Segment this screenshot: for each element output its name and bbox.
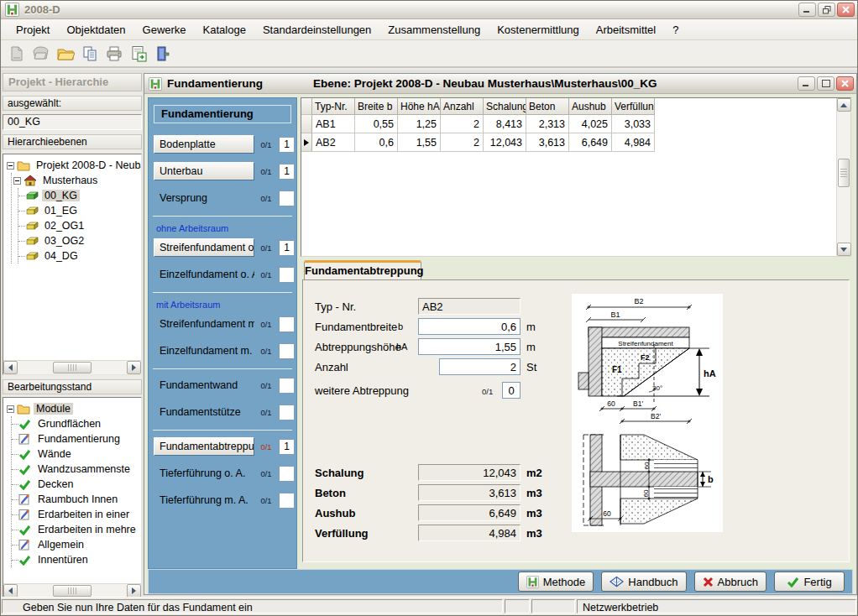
menu-arbeitsmittel[interactable]: Arbeitsmittel	[588, 20, 665, 39]
count-box-bodenplatte[interactable]: 1	[279, 137, 295, 153]
sidebar-item-bodenplatte[interactable]: Bodenplatte	[154, 135, 254, 154]
module-item-fundamentierung[interactable]: Fundamentierung	[12, 431, 141, 446]
menu-standardeinstellungen[interactable]: Standardeinstellungen	[254, 20, 379, 39]
methode-button[interactable]: Methode	[518, 572, 594, 592]
menu-objektdaten[interactable]: Objektdaten	[58, 20, 133, 39]
col-typ-nr[interactable]: Typ-Nr.	[312, 98, 355, 115]
count-box-streifenfundament-ma[interactable]	[279, 316, 295, 332]
count-box-streifenfundament-oa[interactable]: 1	[279, 240, 295, 256]
module-hscrollbar[interactable]	[3, 583, 141, 598]
module-item-erdarbeiten-mehre[interactable]: Erdarbeiten in mehre	[12, 522, 141, 537]
hierarchy-hscrollbar[interactable]	[3, 360, 141, 374]
module-item-grundflaechen[interactable]: Grundflächen	[12, 416, 141, 431]
menu-kataloge[interactable]: Kataloge	[195, 20, 254, 39]
minimize-button[interactable]	[798, 3, 816, 17]
count-box-einzelfundament-ma[interactable]	[279, 343, 295, 359]
sidebar-item-fundamentabtreppung[interactable]: Fundamentabtreppung	[154, 437, 254, 456]
sidebar-item-einzelfundament-oa[interactable]: Einzelfundament o. A.	[154, 269, 254, 280]
tree-item-01-eg[interactable]: 01_EG	[18, 203, 141, 218]
new-document-icon[interactable]	[6, 43, 28, 65]
scroll-up-button[interactable]	[837, 98, 851, 112]
col-schalung[interactable]: Schalung	[484, 98, 526, 115]
menu-projekt[interactable]: Projekt	[8, 20, 58, 39]
scroll-thumb[interactable]	[838, 159, 850, 187]
scroll-right-button[interactable]	[127, 361, 141, 374]
table-row-ab1[interactable]: AB1 0,55 1,25 2 8,413 2,313 4,025 3,033	[301, 115, 836, 133]
table-vscrollbar[interactable]	[836, 98, 850, 256]
menu-gewerke[interactable]: Gewerke	[134, 20, 195, 39]
scroll-thumb[interactable]	[53, 362, 92, 373]
col-hoehe-ha[interactable]: Höhe hA	[398, 98, 441, 115]
col-anzahl[interactable]: Anzahl	[441, 98, 484, 115]
module-item-erdarbeiten-einer[interactable]: Erdarbeiten in einer	[12, 507, 141, 522]
col-verfuellung[interactable]: Verfüllung	[612, 98, 655, 115]
col-breite-b[interactable]: Breite b	[355, 98, 398, 115]
menu-zusammenstellung[interactable]: Zusammenstellung	[379, 20, 489, 39]
tree-item-04-dg[interactable]: 04_DG	[18, 248, 141, 264]
scroll-right-button[interactable]	[127, 584, 141, 598]
count-box-fundamentstuetze[interactable]	[279, 405, 295, 420]
module-item-waende[interactable]: Wände	[12, 446, 141, 462]
module-minimize-button[interactable]	[798, 76, 815, 91]
tree-item-musterhaus[interactable]: Musterhaus	[12, 173, 141, 188]
count-box-unterbau[interactable]: 1	[279, 164, 295, 180]
sidebar-item-streifenfundament-oa[interactable]: Streifenfundament o. A.	[154, 238, 254, 257]
module-item-raumbuch-innen[interactable]: Raumbuch Innen	[12, 492, 141, 507]
module-item-wandzusammenstellung[interactable]: Wandzusammenste	[12, 462, 141, 477]
count-box-tieferfuehrung-oa[interactable]	[279, 466, 295, 482]
tree-item-02-og1[interactable]: 02_OG1	[18, 218, 141, 233]
scroll-left-button[interactable]	[3, 584, 18, 598]
sidebar-item-fundamentwand[interactable]: Fundamentwand	[154, 379, 254, 391]
exit-icon[interactable]	[152, 43, 174, 65]
fertig-button[interactable]: Fertig	[774, 572, 845, 592]
menu-help[interactable]: ?	[664, 20, 687, 39]
col-aushub[interactable]: Aushub	[569, 98, 612, 115]
module-item-allgemein[interactable]: Allgemein	[12, 537, 141, 552]
module-close-button[interactable]	[836, 76, 854, 91]
collapse-icon[interactable]	[13, 177, 21, 185]
sidebar-item-tieferfuehrung-oa[interactable]: Tieferführung o. A.	[154, 467, 254, 479]
scroll-thumb[interactable]	[53, 585, 92, 597]
scroll-down-button[interactable]	[837, 243, 851, 256]
count-box-einzelfundament-oa[interactable]	[279, 267, 295, 283]
count-box-fundamentwand[interactable]	[279, 378, 295, 394]
weitere-abtreppung-input[interactable]	[502, 382, 521, 399]
handbuch-button[interactable]: Handbuch	[601, 572, 686, 592]
menu-kostenermittlung[interactable]: Kostenermittlung	[489, 20, 588, 39]
count-box-tieferfuehrung-ma[interactable]	[279, 493, 295, 509]
table-row-ab2-selected[interactable]: AB2 0,6 1,55 2 12,043 3,613 6,649 4,984	[301, 133, 836, 152]
tree-item-module-root[interactable]: Module	[5, 401, 141, 416]
collapse-icon[interactable]	[7, 405, 14, 413]
module-maximize-button[interactable]	[817, 76, 834, 91]
module-item-decken[interactable]: Decken	[12, 477, 141, 492]
row-selector-current[interactable]	[301, 133, 312, 152]
sidebar-item-versprung[interactable]: Versprung	[154, 192, 254, 204]
close-button[interactable]	[837, 3, 855, 17]
tree-item-project[interactable]: Projekt 2008-D - Neubau	[5, 158, 141, 173]
sidebar-item-fundamentstuetze[interactable]: Fundamentstütze	[154, 406, 254, 418]
open-project-icon[interactable]	[30, 43, 52, 65]
tree-item-03-og2[interactable]: 03_OG2	[18, 233, 141, 248]
tab-fundamentabtreppung[interactable]: Fundamentabtreppung	[304, 260, 421, 280]
abbruch-button[interactable]: Abbruch	[694, 572, 766, 592]
col-beton[interactable]: Beton	[526, 98, 569, 115]
restore-button[interactable]	[818, 3, 835, 17]
count-box-versprung[interactable]	[279, 191, 295, 206]
module-item-innentueren[interactable]: Innentüren	[12, 552, 141, 567]
sidebar-item-streifenfundament-ma[interactable]: Streifenfundament m. A.	[154, 318, 254, 330]
abtreppungshoehe-input[interactable]	[418, 338, 521, 355]
sidebar-item-einzelfundament-ma[interactable]: Einzelfundament m. A.	[154, 345, 254, 357]
folder-open-icon[interactable]	[55, 43, 76, 65]
scroll-left-button[interactable]	[3, 361, 18, 374]
sidebar-item-unterbau[interactable]: Unterbau	[154, 162, 254, 180]
copy-icon[interactable]	[79, 43, 101, 65]
collapse-icon[interactable]	[7, 162, 14, 170]
export-icon[interactable]	[128, 43, 149, 65]
count-box-fundamentabtreppung[interactable]: 1	[279, 439, 295, 455]
anzahl-input[interactable]	[439, 358, 521, 375]
fundamentbreite-input[interactable]	[418, 318, 521, 335]
print-icon[interactable]	[103, 43, 125, 65]
row-selector[interactable]	[301, 115, 312, 133]
tree-item-00-kg[interactable]: 00_KG	[18, 188, 141, 203]
sidebar-item-tieferfuehrung-ma[interactable]: Tieferführung m. A.	[154, 494, 254, 506]
